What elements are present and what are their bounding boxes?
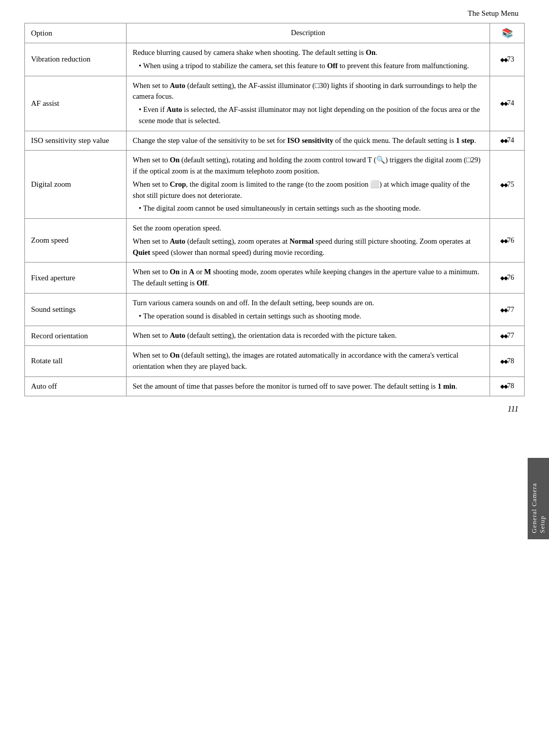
ref-cell: ◆◆78: [490, 346, 525, 377]
table-row: Fixed apertureWhen set to On in A or M s…: [25, 263, 525, 294]
ref-cell: ◆◆77: [490, 293, 525, 326]
ref-cell: ◆◆78: [490, 376, 525, 396]
table-row: Vibration reductionReduce blurring cause…: [25, 43, 525, 76]
option-cell: Digital zoom: [25, 151, 127, 219]
table-row: Record orientationWhen set to Auto (defa…: [25, 326, 525, 346]
option-cell: Fixed aperture: [25, 263, 127, 294]
option-cell: Zoom speed: [25, 219, 127, 263]
table-row: Sound settingsTurn various camera sounds…: [25, 293, 525, 326]
option-cell: Vibration reduction: [25, 43, 127, 76]
ref-cell: ◆◆74: [490, 76, 525, 131]
sidebar-label: General Camera Setup: [528, 458, 549, 539]
ref-cell: ◆◆76: [490, 263, 525, 294]
desc-cell: When set to On (default setting), the im…: [127, 346, 490, 377]
table-row: ISO sensitivity step valueChange the ste…: [25, 131, 525, 151]
page-header: The Setup Menu: [0, 0, 549, 21]
table-row: Zoom speedSet the zoom operation speed.W…: [25, 219, 525, 263]
col-header-option: Option: [25, 23, 127, 43]
desc-cell: Turn various camera sounds on and off. I…: [127, 293, 490, 326]
table-row: Auto offSet the amount of time that pass…: [25, 376, 525, 396]
desc-cell: Reduce blurring caused by camera shake w…: [127, 43, 490, 76]
desc-cell: Set the amount of time that passes befor…: [127, 376, 490, 396]
col-header-ref: 📚: [490, 23, 525, 43]
col-header-desc: Description: [127, 23, 490, 43]
table-row: Rotate tallWhen set to On (default setti…: [25, 346, 525, 377]
ref-cell: ◆◆73: [490, 43, 525, 76]
ref-cell: ◆◆74: [490, 131, 525, 151]
desc-cell: Change the step value of the sensitivity…: [127, 131, 490, 151]
option-cell: Auto off: [25, 376, 127, 396]
option-cell: Sound settings: [25, 293, 127, 326]
option-cell: Record orientation: [25, 326, 127, 346]
ref-cell: ◆◆77: [490, 326, 525, 346]
desc-cell: When set to Auto (default setting), the …: [127, 76, 490, 131]
table-row: Digital zoomWhen set to On (default sett…: [25, 151, 525, 219]
page-number: 111: [0, 396, 549, 414]
desc-cell: When set to On in A or M shooting mode, …: [127, 263, 490, 294]
option-cell: AF assist: [25, 76, 127, 131]
table-row: AF assistWhen set to Auto (default setti…: [25, 76, 525, 131]
desc-cell: Set the zoom operation speed.When set to…: [127, 219, 490, 263]
header-title: The Setup Menu: [468, 9, 518, 17]
ref-cell: ◆◆75: [490, 151, 525, 219]
ref-cell: ◆◆76: [490, 219, 525, 263]
setup-table: Option Description 📚 Vibration reduction…: [24, 23, 525, 396]
book-icon: 📚: [502, 28, 513, 38]
option-cell: Rotate tall: [25, 346, 127, 377]
desc-cell: When set to Auto (default setting), the …: [127, 326, 490, 346]
option-cell: ISO sensitivity step value: [25, 131, 127, 151]
desc-cell: When set to On (default setting), rotati…: [127, 151, 490, 219]
main-content: Option Description 📚 Vibration reduction…: [0, 23, 549, 396]
